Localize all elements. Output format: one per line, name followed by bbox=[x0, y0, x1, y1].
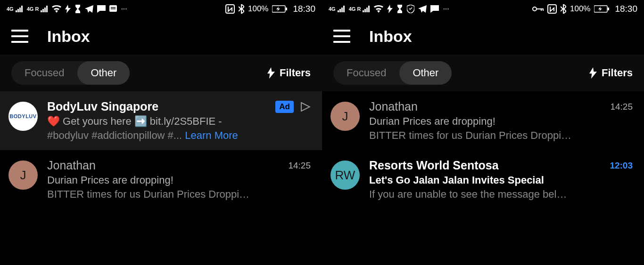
email-list: BODYLUV BodyLuv Singapore Ad ❤️ Get your… bbox=[0, 91, 322, 265]
status-time: 18:30 bbox=[615, 4, 637, 14]
bluetooth-icon bbox=[561, 4, 566, 14]
tab-other[interactable]: Other bbox=[399, 61, 452, 85]
chat-icon bbox=[109, 5, 117, 13]
email-content: Resorts World Sentosa 12:03 Let's Go Jal… bbox=[369, 159, 633, 201]
svg-rect-1 bbox=[111, 7, 116, 8]
battery-percent: 100% bbox=[248, 4, 268, 14]
signal-icon bbox=[363, 6, 370, 12]
sender-name: BodyLuv Singapore bbox=[47, 100, 158, 113]
email-content: BodyLuv Singapore Ad ❤️ Get yours here ➡… bbox=[47, 100, 311, 142]
ad-badge: Ad bbox=[275, 101, 294, 113]
avatar: J bbox=[330, 102, 360, 131]
sender-name: Resorts World Sentosa bbox=[369, 159, 499, 172]
phone-left: 4G 4G R ··· 100% 18:30 Inbox Focused Oth… bbox=[0, 0, 322, 265]
page-title: Inbox bbox=[47, 27, 90, 46]
bolt-icon bbox=[267, 67, 275, 79]
email-subject: Let's Go Jalan Jalan Invites Special bbox=[369, 174, 633, 186]
filters-button[interactable]: Filters bbox=[267, 67, 311, 79]
adchoices-icon[interactable] bbox=[300, 102, 311, 112]
status-time: 18:30 bbox=[293, 4, 315, 14]
bolt-icon bbox=[65, 5, 71, 13]
bolt-icon bbox=[589, 67, 597, 79]
status-bar: 4G 4G R ··· 100% 18:30 bbox=[322, 0, 644, 18]
status-bar: 4G 4G R ··· 100% 18:30 bbox=[0, 0, 322, 18]
more-icon: ··· bbox=[121, 5, 127, 13]
bolt-icon bbox=[387, 5, 393, 13]
battery-percent: 100% bbox=[570, 4, 590, 14]
svg-point-6 bbox=[533, 7, 537, 11]
signal-icon bbox=[338, 6, 345, 12]
signal-1-label: 4G bbox=[329, 6, 336, 12]
hourglass-icon bbox=[396, 5, 403, 13]
filter-bar: Focused Other Filters bbox=[0, 55, 322, 91]
more-icon: ··· bbox=[443, 5, 449, 13]
email-item[interactable]: J Jonathan 14:25 Durian Prices are dropp… bbox=[322, 91, 644, 150]
status-left: 4G 4G R ··· bbox=[7, 5, 127, 13]
email-subject: Durian Prices are dropping! bbox=[47, 174, 311, 186]
hamburger-icon[interactable] bbox=[333, 30, 350, 43]
email-time: 12:03 bbox=[610, 161, 633, 171]
svg-rect-7 bbox=[548, 5, 556, 13]
email-time: 14:25 bbox=[610, 102, 633, 112]
email-content: Jonathan 14:25 Durian Prices are droppin… bbox=[47, 159, 311, 201]
svg-rect-3 bbox=[226, 5, 234, 13]
status-right: 100% 18:30 bbox=[225, 4, 315, 14]
avatar: BODYLUV bbox=[8, 102, 38, 131]
signal-1-label: 4G bbox=[7, 6, 14, 12]
tab-group: Focused Other bbox=[11, 61, 130, 85]
sender-name: Jonathan bbox=[47, 159, 96, 172]
telegram-icon bbox=[85, 5, 93, 13]
filter-bar: Focused Other Filters bbox=[322, 55, 644, 91]
ad-badges: Ad bbox=[275, 101, 311, 113]
battery-icon bbox=[594, 5, 609, 13]
sender-name: Jonathan bbox=[369, 100, 418, 113]
bluetooth-icon bbox=[239, 4, 244, 14]
shield-icon bbox=[407, 5, 414, 13]
email-subject: Durian Prices are dropping! bbox=[369, 115, 633, 128]
page-title: Inbox bbox=[369, 27, 412, 46]
avatar: RW bbox=[330, 161, 360, 190]
email-ad-item[interactable]: BODYLUV BodyLuv Singapore Ad ❤️ Get your… bbox=[0, 91, 322, 150]
svg-rect-5 bbox=[286, 8, 287, 10]
phone-right: 4G 4G R ··· 100% 18:30 Inbox Focused bbox=[322, 0, 644, 265]
email-preview: BITTER times for us Durian Prices Droppi… bbox=[369, 129, 633, 142]
tab-focused[interactable]: Focused bbox=[333, 61, 399, 85]
signal-2-label: 4G R bbox=[27, 6, 39, 12]
status-left: 4G 4G R ··· bbox=[329, 5, 449, 13]
hourglass-icon bbox=[74, 5, 81, 13]
ad-line1: ❤️ Get yours here ➡️ bit.ly/2S5BFIE - bbox=[47, 115, 311, 128]
tab-group: Focused Other bbox=[333, 61, 452, 85]
email-list: J Jonathan 14:25 Durian Prices are dropp… bbox=[322, 91, 644, 265]
app-header: Inbox bbox=[0, 18, 322, 55]
learn-more-link[interactable]: Learn More bbox=[185, 129, 238, 141]
signal-icon bbox=[41, 6, 48, 12]
signal-icon bbox=[16, 6, 23, 12]
wifi-icon bbox=[52, 5, 61, 13]
vpn-key-icon bbox=[532, 6, 544, 12]
filters-label: Filters bbox=[280, 67, 311, 79]
email-preview: BITTER times for us Durian Prices Droppi… bbox=[47, 188, 311, 201]
battery-icon bbox=[272, 5, 287, 13]
ad-line2: #bodyluv #addictionpillow #... Learn Mor… bbox=[47, 129, 311, 142]
email-item[interactable]: J Jonathan 14:25 Durian Prices are dropp… bbox=[0, 150, 322, 209]
email-content: Jonathan 14:25 Durian Prices are droppin… bbox=[369, 100, 633, 142]
avatar: J bbox=[8, 161, 38, 190]
signal-2-label: 4G R bbox=[349, 6, 361, 12]
nfc-icon bbox=[547, 4, 557, 14]
nfc-icon bbox=[225, 4, 235, 14]
email-preview: If you are unable to see the message bel… bbox=[369, 188, 633, 201]
tab-focused[interactable]: Focused bbox=[11, 61, 77, 85]
wifi-icon bbox=[374, 5, 383, 13]
message-icon bbox=[97, 5, 106, 13]
email-time: 14:25 bbox=[288, 161, 311, 171]
telegram-icon bbox=[418, 5, 427, 13]
email-item[interactable]: RW Resorts World Sentosa 12:03 Let's Go … bbox=[322, 150, 644, 209]
svg-rect-9 bbox=[608, 8, 609, 10]
app-header: Inbox bbox=[322, 18, 644, 55]
status-right: 100% 18:30 bbox=[532, 4, 637, 14]
message-icon bbox=[430, 5, 439, 13]
svg-rect-2 bbox=[111, 8, 116, 9]
hamburger-icon[interactable] bbox=[11, 30, 28, 43]
filters-button[interactable]: Filters bbox=[589, 67, 633, 79]
tab-other[interactable]: Other bbox=[77, 61, 130, 85]
